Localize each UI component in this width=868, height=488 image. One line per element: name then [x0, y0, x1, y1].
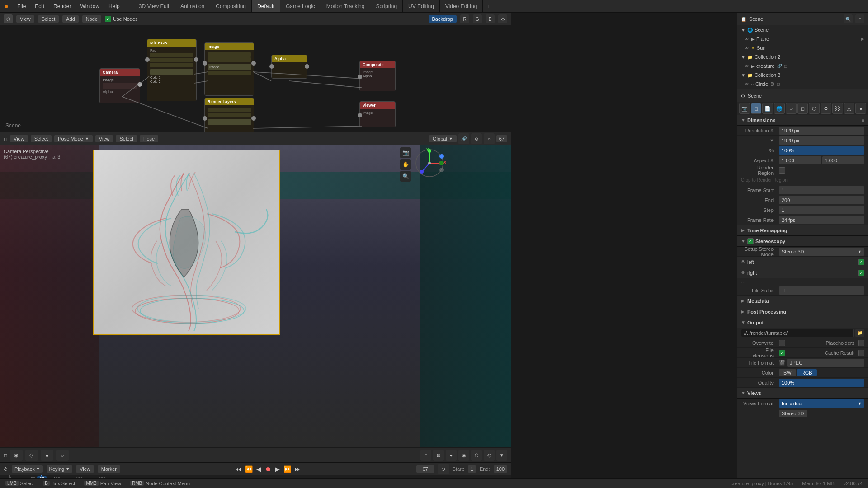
node-alpha-over[interactable]: Alpha: [271, 55, 307, 79]
overlay-toggle-icon[interactable]: ≡: [420, 450, 431, 461]
proportional-icon[interactable]: ⊙: [471, 133, 482, 144]
xray-toggle-icon[interactable]: ⊞: [433, 450, 444, 461]
viewport-bottom-type-icon[interactable]: ◻: [4, 453, 7, 458]
node-viewer[interactable]: Viewer Image: [359, 101, 396, 127]
backdrop-settings-icon[interactable]: ⚙: [498, 14, 507, 23]
node-node-button[interactable]: Node: [82, 15, 101, 23]
viewport-select-btn2[interactable]: Select: [116, 135, 137, 142]
views-header[interactable]: ▼ Views: [737, 388, 868, 399]
output-path-value[interactable]: //../render/turntable/: [741, 329, 854, 337]
viewport-pose-button[interactable]: Pose: [140, 135, 158, 142]
render-region-toggle[interactable]: [779, 167, 785, 174]
blender-logo-icon[interactable]: ●: [0, 0, 13, 13]
plane-view-icon[interactable]: ▶: [861, 37, 864, 41]
prop-object-data-icon[interactable]: △: [844, 103, 855, 114]
keying-dropdown[interactable]: Keying▼: [47, 465, 73, 473]
material-mode-icon[interactable]: ◎: [25, 450, 38, 461]
aspect-x-value[interactable]: 1.000: [779, 156, 821, 164]
viewport-shading2-icon[interactable]: ◉: [458, 450, 469, 461]
outliner-item-circle[interactable]: 👁 ○ Circle ⛓ ◻: [737, 80, 868, 89]
play-back-button[interactable]: ◀: [255, 465, 262, 474]
node-add-button[interactable]: Add: [62, 15, 79, 23]
stereo-left-toggle[interactable]: [858, 259, 864, 265]
nav-zoom-icon[interactable]: 🔍: [400, 171, 411, 182]
tab-uv-editing[interactable]: UV Editing: [403, 0, 440, 12]
sun-eye-icon[interactable]: 👁: [745, 46, 749, 51]
viewport-shading4-icon[interactable]: ◎: [484, 450, 495, 461]
file-suffix-value[interactable]: _L: [779, 286, 864, 295]
overwrite-toggle[interactable]: [779, 340, 785, 346]
render-mode-icon[interactable]: ◉: [10, 450, 23, 461]
time-remap-header[interactable]: ▶ Time Remapping: [737, 225, 868, 236]
stereoscopy-toggle[interactable]: [747, 238, 754, 244]
backdrop-g-icon[interactable]: G: [473, 14, 482, 23]
proportional2-icon[interactable]: ○: [484, 133, 495, 144]
menu-file[interactable]: File: [13, 0, 30, 12]
timeline-view-button[interactable]: View: [76, 465, 94, 473]
props-type-icon[interactable]: ⚙: [741, 94, 745, 99]
viewport-select-button[interactable]: Select: [31, 135, 52, 142]
node-select-button[interactable]: Select: [38, 15, 59, 23]
snap-icon[interactable]: 🔗: [458, 133, 469, 144]
pose-mode-dropdown[interactable]: Pose Mode ▼: [54, 135, 93, 142]
aspect-y-value[interactable]: 1.000: [822, 156, 865, 164]
viewport-shading3-icon[interactable]: ⬡: [471, 450, 482, 461]
step-forward-button[interactable]: ⏩: [283, 465, 292, 474]
menu-help[interactable]: Help: [104, 0, 124, 12]
tab-motion-tracking[interactable]: Motion Tracking: [321, 0, 371, 12]
node-view-button[interactable]: View: [16, 15, 34, 23]
prop-constraints-icon[interactable]: ⛓: [832, 103, 843, 114]
frame-step-value[interactable]: 1: [779, 206, 864, 214]
output-folder-icon[interactable]: 📁: [855, 329, 864, 337]
prop-object-icon[interactable]: ◻: [797, 103, 808, 114]
use-nodes-checkbox[interactable]: ✓ Use Nodes: [105, 16, 137, 22]
cache-result-toggle[interactable]: [858, 350, 864, 356]
tab-3d-view-full[interactable]: 3D View Full: [133, 0, 175, 12]
outliner-item-creature[interactable]: 👁 ▶ creature 🔗 ◻: [737, 61, 868, 70]
post-proc-header[interactable]: ▶ Post Processing: [737, 306, 868, 317]
nav-hand-icon[interactable]: ✋: [400, 159, 411, 170]
stop-button[interactable]: ⏺: [264, 465, 272, 474]
outliner-type-icon[interactable]: 📋: [741, 17, 746, 22]
outliner-filter-icon[interactable]: 🔍: [844, 14, 853, 23]
bw-button[interactable]: BW: [779, 369, 796, 376]
viewport-view-button[interactable]: View: [10, 135, 28, 142]
tab-scripting[interactable]: Scripting: [370, 0, 403, 12]
start-frame-value[interactable]: 1: [468, 465, 476, 473]
plane-eye-icon[interactable]: 👁: [745, 37, 749, 42]
menu-window[interactable]: Window: [75, 0, 104, 12]
menu-render[interactable]: Render: [49, 0, 75, 12]
node-composite[interactable]: Composite Image Alpha: [359, 61, 396, 91]
file-ext-toggle[interactable]: [779, 350, 785, 356]
viewport-shading-icon[interactable]: ●: [446, 450, 457, 461]
node-mix-rgb[interactable]: Mix RGB Fac Color1 Color2: [147, 39, 197, 101]
resolution-pct-value[interactable]: 100%: [779, 146, 864, 155]
tab-animation[interactable]: Animation: [175, 0, 210, 12]
outliner-settings-icon[interactable]: ≡: [855, 14, 864, 23]
prop-world-icon[interactable]: ○: [786, 103, 797, 114]
frame-start-value[interactable]: 1: [779, 186, 864, 194]
timeline-type-icon[interactable]: ⏱: [4, 467, 8, 472]
tab-compositing[interactable]: Compositing: [210, 0, 252, 12]
stereo-right-item[interactable]: 👁 right: [737, 267, 868, 278]
stereo3d-option[interactable]: Stereo 3D: [779, 410, 807, 417]
outliner-item-sun[interactable]: 👁 ☀ Sun: [737, 43, 868, 52]
dimensions-section-header[interactable]: ▼ Dimensions ≡: [737, 115, 868, 126]
views-format-value[interactable]: Individual ▼: [779, 399, 864, 408]
setup-stereo-value[interactable]: Stereo 3D ▼: [779, 248, 864, 256]
prop-scene-icon[interactable]: 🌐: [774, 103, 785, 114]
viewport-settings-icon[interactable]: ▼: [496, 450, 507, 461]
end-frame-value[interactable]: 100: [494, 465, 507, 473]
backdrop-button[interactable]: Backdrop: [429, 15, 457, 23]
menu-edit[interactable]: Edit: [30, 0, 49, 12]
prop-output-icon[interactable]: ◻: [751, 103, 762, 114]
play-button[interactable]: ▶: [274, 465, 281, 474]
orientation-gizmo[interactable]: X Y: [414, 147, 445, 179]
outliner-collection2[interactable]: ▼ 📁 Collection 2: [737, 52, 868, 61]
dimensions-menu-icon[interactable]: ≡: [862, 117, 864, 123]
prop-physics-icon[interactable]: ⚙: [821, 103, 831, 114]
outliner-item-plane[interactable]: 👁 ▶ Plane ▶: [737, 34, 868, 43]
metadata-header[interactable]: ▶ Metadata: [737, 296, 868, 306]
timeline-marker-button[interactable]: Marker: [98, 465, 120, 473]
prop-material-icon[interactable]: ●: [855, 103, 866, 114]
